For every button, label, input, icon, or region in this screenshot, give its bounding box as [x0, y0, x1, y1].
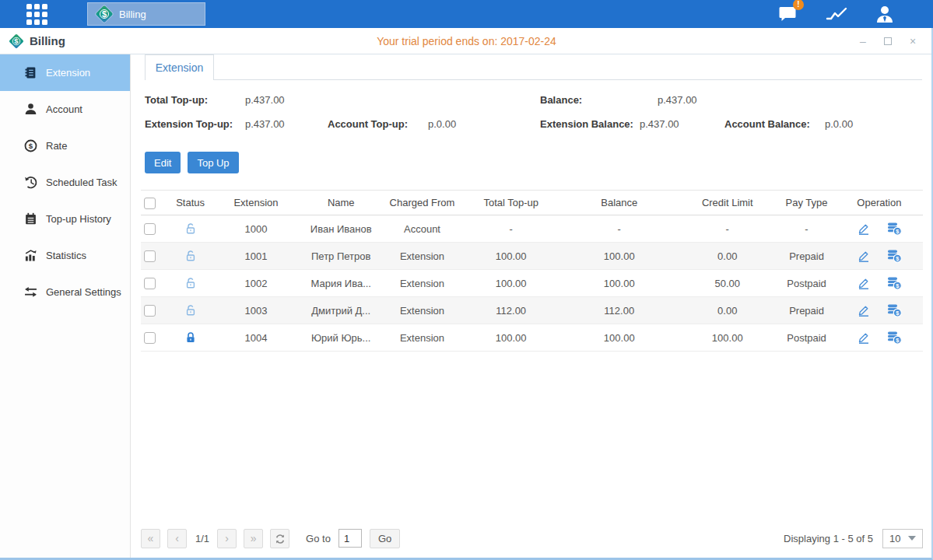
chevron-down-icon: [908, 536, 916, 541]
table-row: 1004 Юрий Юрь... Extension 100.00 100.00…: [141, 324, 923, 352]
sidebar-item-label: Scheduled Task: [46, 177, 118, 188]
col-balance: Balance: [561, 197, 677, 208]
sidebar-item-extension[interactable]: Extension: [0, 54, 130, 91]
cell-pay-type: Prepaid: [777, 305, 835, 317]
sidebar-item-label: Top-up History: [46, 213, 111, 225]
sidebar-item-scheduled-task[interactable]: Scheduled Task: [0, 164, 130, 201]
close-icon[interactable]: ×: [907, 35, 919, 47]
top-up-row-icon[interactable]: $: [886, 249, 902, 263]
cell-pay-type: -: [777, 223, 835, 235]
top-up-button[interactable]: Top Up: [188, 152, 238, 173]
prev-page-button[interactable]: ‹: [167, 529, 187, 548]
top-up-row-icon[interactable]: $: [886, 276, 902, 290]
extension-balance-value: p.437.00: [640, 118, 679, 130]
cell-pay-type: Postpaid: [777, 278, 835, 289]
user-account-icon[interactable]: [872, 4, 897, 24]
select-all-checkbox[interactable]: [144, 198, 156, 209]
status-lock-icon[interactable]: [184, 331, 197, 343]
edit-row-icon[interactable]: [857, 249, 871, 263]
top-up-row-icon[interactable]: $: [886, 222, 902, 236]
row-checkbox[interactable]: [144, 250, 156, 262]
app-grid-icon[interactable]: [26, 4, 53, 24]
window-title: Billing: [30, 34, 65, 47]
sidebar-item-label: Extension: [46, 67, 90, 79]
cell-credit-limit: 50.00: [677, 278, 777, 289]
sidebar-item-topup-history[interactable]: Top-up History: [0, 201, 130, 237]
status-lock-icon[interactable]: [184, 277, 197, 289]
minimize-icon[interactable]: –: [857, 35, 869, 47]
unlocked-icon: [184, 304, 197, 317]
cell-charged-from: Extension: [384, 278, 461, 289]
next-page-button[interactable]: ›: [217, 529, 237, 548]
cell-balance: 100.00: [561, 332, 677, 344]
cell-total-topup: 100.00: [461, 332, 561, 344]
cell-balance: 100.00: [561, 250, 677, 262]
page-indicator: 1/1: [195, 533, 209, 544]
window-titlebar: $ Billing Your trial period ends on: 201…: [0, 28, 933, 54]
cell-extension: 1001: [213, 250, 298, 262]
goto-page-input[interactable]: [338, 529, 362, 548]
account-topup-value: p.0.00: [428, 118, 456, 130]
tab-bar: Extension: [132, 54, 931, 80]
main-content: Extension Total Top-up: p.437.00 Balance…: [132, 54, 931, 558]
maximize-icon[interactable]: [882, 35, 894, 47]
tab-extension[interactable]: Extension: [145, 54, 214, 80]
edit-row-icon[interactable]: [857, 222, 871, 236]
first-page-button[interactable]: «: [141, 529, 160, 548]
sidebar-item-general-settings[interactable]: General Settings: [0, 274, 130, 310]
taskbar-tab-label: Billing: [119, 9, 146, 20]
locked-icon: [184, 331, 197, 344]
trial-notice: Your trial period ends on: 2017-02-24: [0, 35, 933, 47]
table-row: 1000 Иван Иванов Account - - - -: [141, 215, 923, 243]
top-up-row-icon[interactable]: $: [886, 331, 902, 345]
go-button[interactable]: Go: [370, 529, 400, 548]
billing-title-icon: $: [9, 33, 24, 48]
edit-row-icon[interactable]: [857, 276, 871, 290]
topup-history-calendar-icon: [24, 212, 37, 226]
last-page-button[interactable]: »: [244, 529, 263, 548]
unlocked-icon: [184, 277, 197, 289]
status-lock-icon[interactable]: [184, 304, 197, 316]
rate-dollar-icon: $: [24, 139, 37, 152]
sidebar: Extension Account $ Rate Scheduled Task: [0, 54, 131, 558]
edit-row-icon[interactable]: [857, 303, 871, 317]
displaying-text: Displaying 1 - 5 of 5: [784, 533, 873, 544]
cell-extension: 1000: [213, 223, 298, 235]
sidebar-item-rate[interactable]: $ Rate: [0, 128, 130, 164]
reports-chart-icon[interactable]: [824, 4, 849, 24]
edit-row-icon[interactable]: [857, 331, 871, 345]
status-lock-icon[interactable]: [184, 222, 197, 234]
sidebar-item-account[interactable]: Account: [0, 91, 130, 128]
row-checkbox[interactable]: [144, 332, 156, 344]
cell-extension: 1002: [213, 278, 298, 289]
total-topup-value: p.437.00: [245, 94, 285, 106]
cell-name: Мария Ива...: [299, 278, 384, 289]
row-checkbox[interactable]: [144, 223, 156, 235]
cell-balance: 100.00: [561, 278, 677, 289]
cell-extension: 1004: [213, 332, 298, 344]
cell-charged-from: Extension: [384, 332, 461, 344]
row-checkbox[interactable]: [144, 278, 156, 289]
cell-charged-from: Extension: [384, 305, 461, 317]
row-checkbox[interactable]: [144, 305, 156, 317]
edit-button[interactable]: Edit: [145, 152, 181, 173]
scheduled-task-clock-icon: [24, 176, 37, 189]
messages-icon[interactable]: !: [776, 4, 801, 24]
svg-text:$: $: [29, 142, 33, 150]
extension-table: Status Extension Name Charged From Total…: [141, 190, 923, 352]
top-up-row-icon[interactable]: $: [886, 303, 902, 317]
status-lock-icon[interactable]: [184, 250, 197, 261]
extension-topup-value: p.437.00: [245, 118, 285, 130]
unlocked-icon: [184, 222, 197, 235]
col-total-topup: Total Top-up: [461, 197, 561, 208]
refresh-button[interactable]: [270, 529, 289, 548]
balance-label: Balance:: [540, 94, 582, 106]
sidebar-item-statistics[interactable]: Statistics: [0, 237, 130, 274]
extension-topup-label: Extension Top-up:: [145, 118, 233, 130]
notification-badge: !: [793, 0, 804, 10]
sidebar-item-label: General Settings: [46, 286, 121, 298]
taskbar-tab-billing[interactable]: $ Billing: [87, 2, 205, 26]
table-header: Status Extension Name Charged From Total…: [141, 190, 923, 215]
col-credit-limit: Credit Limit: [677, 197, 777, 208]
page-size-select[interactable]: 10: [882, 529, 923, 548]
